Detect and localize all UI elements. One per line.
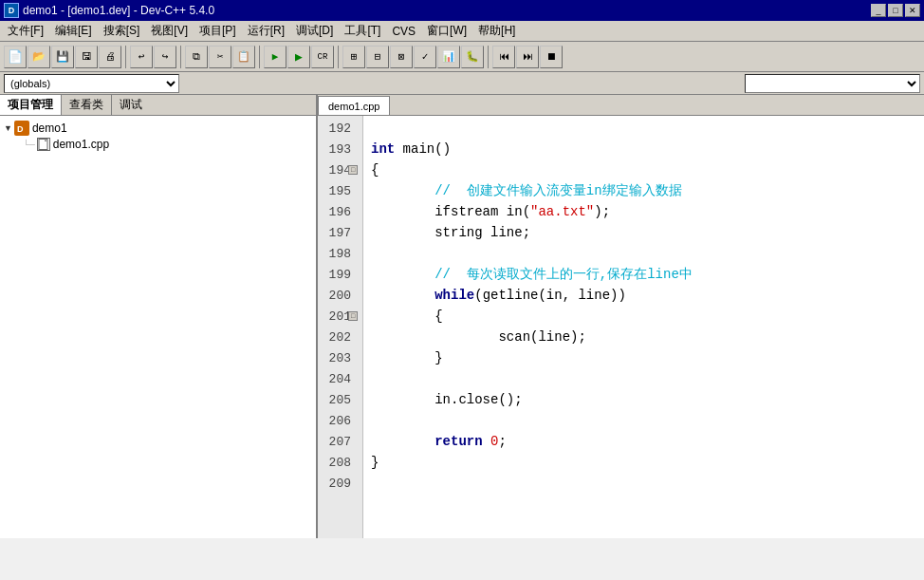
paste-btn[interactable]: 📋 [232, 46, 255, 68]
linenum-194: 194 □ [318, 159, 357, 180]
code-207-indent [371, 435, 434, 448]
menu-run[interactable]: 运行[R] [242, 21, 290, 41]
linenum-195: 195 [318, 180, 357, 201]
chart-btn[interactable]: 📊 [437, 46, 460, 68]
code-line-198 [363, 243, 924, 264]
nav-tab-debug[interactable]: 调试 [112, 95, 150, 115]
tree-root-label: demo1 [32, 122, 67, 135]
tree-root-toggle[interactable]: ▼ [4, 123, 12, 133]
nav-tab-project[interactable]: 项目管理 [0, 95, 62, 115]
left-panel: 项目管理 查看类 调试 ▼ D demo1 └─ [0, 95, 318, 538]
function-dropdown[interactable] [745, 74, 920, 93]
linenum-198: 198 [318, 243, 357, 264]
code-line-208: } [363, 452, 924, 473]
code-196-ifstream: ifstream in( [371, 205, 530, 218]
compile-run-btn[interactable]: CR [311, 46, 334, 68]
linenum-206: 206 [318, 410, 357, 431]
code-207-num: 0 [490, 435, 498, 448]
toolbar-sep4 [338, 46, 339, 68]
code-line-193: int main() [363, 139, 924, 159]
code-area: demo1.cpp 192 193 194 □ 195 196 197 198 … [318, 95, 924, 538]
dbg2-btn[interactable]: ⏭ [516, 46, 539, 68]
view-grid-btn[interactable]: ⊞ [342, 46, 365, 68]
linenum-203: 203 [318, 347, 357, 368]
code-197: string line; [371, 226, 530, 239]
toolbar: 📄 📂 💾 🖫 🖨 ↩ ↪ ⧉ ✂ 📋 ▶ ▶ CR ⊞ ⊟ ⊠ ✓ 📊 🐛 ⏮… [0, 42, 924, 72]
tree-root-icon: D [14, 121, 29, 136]
view3-btn[interactable]: ⊠ [390, 46, 413, 68]
code-tab-demo1[interactable]: demo1.cpp [318, 96, 390, 115]
line-numbers: 192 193 194 □ 195 196 197 198 199 200 20… [318, 116, 363, 538]
view2-btn[interactable]: ⊟ [366, 46, 389, 68]
menu-file[interactable]: 文件[F] [2, 21, 49, 41]
code-202: scan(line); [371, 330, 586, 344]
linenum-200: 200 [318, 285, 357, 306]
tree-root-item[interactable]: ▼ D demo1 [4, 120, 312, 137]
tree-child-dash: └─ [23, 140, 35, 149]
cut-btn[interactable]: ✂ [209, 46, 231, 68]
code-line-199: // 每次读取文件上的一行,保存在line中 [363, 264, 924, 285]
code-line-192 [363, 118, 924, 139]
code-line-196: ifstream in("aa.txt"); [363, 201, 924, 222]
nav-tab-classview[interactable]: 查看类 [62, 95, 112, 115]
toolbar-sep1 [125, 46, 126, 68]
menu-view[interactable]: 视图[V] [145, 21, 194, 41]
new-file-btn[interactable]: 📄 [4, 46, 27, 68]
title-maximize-btn[interactable]: □ [888, 4, 903, 17]
tree-child-item[interactable]: └─ demo1.cpp [4, 137, 312, 152]
menu-debug[interactable]: 调试[D] [290, 21, 339, 41]
title-minimize-btn[interactable]: _ [871, 4, 886, 17]
kw-return: return [434, 435, 482, 448]
linenum-199: 199 [318, 264, 357, 285]
code-tab-bar: demo1.cpp [318, 95, 924, 116]
kw-while: while [434, 289, 474, 302]
compile-btn[interactable]: ▶ [264, 46, 286, 68]
code-line-202: scan(line); [363, 327, 924, 347]
menu-project[interactable]: 项目[P] [194, 21, 242, 41]
code-196-str: "aa.txt" [530, 205, 594, 218]
code-line-206 [363, 410, 924, 431]
code-201-brace: { [371, 309, 443, 323]
code-196-end: ); [594, 205, 610, 218]
menu-cvs[interactable]: CVS [386, 23, 421, 40]
save-all-btn[interactable]: 🖫 [75, 46, 98, 68]
title-close-btn[interactable]: ✕ [905, 4, 920, 17]
menu-tools[interactable]: 工具[T] [339, 21, 386, 41]
print-btn[interactable]: 🖨 [99, 46, 121, 68]
nav-tabs: 项目管理 查看类 调试 [0, 95, 316, 116]
fold-indicator-201[interactable]: □ [348, 311, 358, 321]
dbg3-btn[interactable]: ⏹ [540, 46, 563, 68]
linenum-205: 205 [318, 389, 357, 410]
code-203-brace: } [371, 351, 443, 365]
main-area: 项目管理 查看类 调试 ▼ D demo1 └─ [0, 95, 924, 538]
code-line-207: return 0; [363, 431, 924, 452]
code-line-205: in.close(); [363, 389, 924, 410]
run-btn[interactable]: ▶ [287, 46, 310, 68]
code-199-comment: // 每次读取文件上的一行,保存在line中 [371, 268, 693, 281]
check-btn[interactable]: ✓ [414, 46, 436, 68]
code-editor[interactable]: int main() { // 创建文件输入流变量in绑定输入数据 ifstre… [363, 116, 924, 538]
bug-btn[interactable]: 🐛 [461, 46, 484, 68]
menu-edit[interactable]: 编辑[E] [49, 21, 98, 41]
window-title: demo1 - [demo1.dev] - Dev-C++ 5.4.0 [23, 4, 214, 17]
project-tree: ▼ D demo1 └─ demo1.cpp [0, 116, 316, 538]
undo-btn[interactable]: ↩ [130, 46, 153, 68]
scope-dropdown[interactable]: (globals) [4, 74, 179, 93]
menu-search[interactable]: 搜索[S] [98, 21, 146, 41]
code-207-semi: ; [498, 435, 506, 448]
open-file-btn[interactable]: 📂 [28, 46, 50, 68]
menu-help[interactable]: 帮助[H] [472, 21, 521, 41]
linenum-196: 196 [318, 201, 357, 222]
app-icon: D [4, 3, 19, 18]
code-line-194: { [363, 159, 924, 180]
menu-window[interactable]: 窗口[W] [421, 21, 472, 41]
save-btn[interactable]: 💾 [51, 46, 74, 68]
redo-btn[interactable]: ↪ [154, 46, 176, 68]
dbg1-btn[interactable]: ⏮ [492, 46, 515, 68]
copy-btn[interactable]: ⧉ [185, 46, 208, 68]
toolbar-sep5 [488, 46, 489, 68]
title-bar: D demo1 - [demo1.dev] - Dev-C++ 5.4.0 _ … [0, 0, 924, 21]
fold-indicator-194[interactable]: □ [348, 165, 358, 175]
code-208-brace: } [371, 456, 379, 469]
linenum-208: 208 [318, 452, 357, 473]
